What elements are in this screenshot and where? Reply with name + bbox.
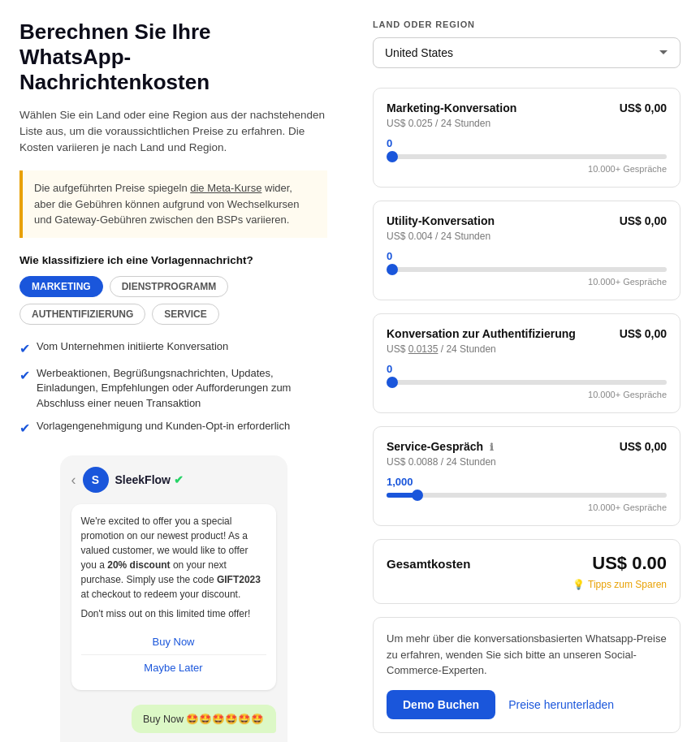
pricing-price: US$ 0,00 [620,101,667,114]
slider-thumb [412,490,423,501]
verified-icon: ✔ [174,473,184,486]
feature-list: ✔ Vom Unternehmen initiierte Konversatio… [19,339,327,438]
cta-buttons: Demo Buchen Preise herunterladen [387,690,667,719]
pricing-title: Konversation zur Authentifizierung [387,327,576,340]
pricing-card-auth: Konversation zur Authentifizierung US$ 0… [373,313,681,413]
tabs-container: MARKETING DIENSTPROGRAMM AUTHENTIFIZIERU… [19,276,327,325]
total-row: Gesamtkosten US$ 0.00 [387,553,667,574]
total-amount: US$ 0.00 [592,553,667,574]
list-item: ✔ Werbeaktionen, Begrüßungsnachrichten, … [19,366,327,411]
pricing-card-service: Service-Gespräch ℹ US$ 0,00 US$ 0.0088 /… [373,426,681,526]
pricing-sub: US$ 0.025 / 24 Stunden [387,118,667,129]
phone-name: SleekFlow ✔ [115,473,184,486]
check-icon: ✔ [19,367,30,385]
demo-button[interactable]: Demo Buchen [387,690,495,719]
info-icon[interactable]: ℹ [490,442,494,453]
pricing-title: Marketing-Konversation [387,101,516,114]
slider-value: 0 [387,250,667,262]
list-item: ✔ Vom Unternehmen initiierte Konversatio… [19,339,327,358]
slider-value: 0 [387,363,667,375]
pricing-card-marketing: Marketing-Konversation US$ 0,00 US$ 0.02… [373,88,681,188]
slider-container [387,380,667,385]
notice-box: Die aufgeführten Preise spiegeln die Met… [19,170,327,238]
pricing-card-utility: Utility-Konversation US$ 0,00 US$ 0.004 … [373,201,681,300]
pricing-title: Utility-Konversation [387,214,495,227]
pricing-price: US$ 0,00 [620,327,667,340]
slider-thumb [387,151,398,162]
tab-service[interactable]: SERVICE [152,304,218,325]
tab-dienstprogramm[interactable]: DIENSTPROGRAMM [110,276,229,297]
slider-container [387,493,667,498]
slider-max: 10.000+ Gespräche [387,390,667,399]
slider-thumb [387,264,398,275]
slider-fill [387,493,415,498]
phone-header: ‹ S SleekFlow ✔ [71,467,276,493]
chat-bubble: We're excited to offer you a special pro… [71,504,276,690]
slider-max: 10.000+ Gespräche [387,164,667,174]
pricing-header: Marketing-Konversation US$ 0,00 [387,101,667,114]
slider-thumb [387,377,398,388]
slider-value: 1,000 [387,476,667,488]
pricing-header: Konversation zur Authentifizierung US$ 0… [387,327,667,340]
total-label: Gesamtkosten [387,557,470,571]
response-area: Buy Now 🤩🤩🤩🤩🤩🤩 [71,698,276,740]
right-panel: LAND ODER REGION United States Germany B… [366,19,681,742]
pricing-header: Service-Gespräch ℹ US$ 0,00 [387,440,667,453]
page-title: Berechnen Sie Ihre WhatsApp- Nachrichten… [19,19,327,96]
region-label: LAND ODER REGION [373,19,681,29]
pricing-title: Service-Gespräch ℹ [387,440,494,453]
tips-link[interactable]: 💡 Tipps zum Sparen [387,579,667,590]
avatar: S [83,467,109,493]
check-icon: ✔ [19,340,30,358]
pricing-price: US$ 0,00 [620,440,667,453]
cta-text: Um mehr über die konversationsbasierten … [387,631,667,679]
subtitle: Wählen Sie ein Land oder eine Region aus… [19,107,327,157]
pricing-sub: US$ 0.0088 / 24 Stunden [387,456,667,468]
pricing-sub: US$ 0.0135 / 24 Stunden [387,343,667,355]
check-icon: ✔ [19,420,30,438]
chat-actions: Buy Now Maybe Later [81,629,266,680]
chat-response: Buy Now 🤩🤩🤩🤩🤩🤩 [132,705,276,733]
back-icon: ‹ [71,472,76,489]
slider-max: 10.000+ Gespräche [387,277,667,287]
pricing-price: US$ 0,00 [620,214,667,227]
classify-title: Wie klassifiziere ich eine Vorlagennachr… [19,254,327,266]
tab-marketing[interactable]: MARKETING [19,276,103,297]
pricing-sub: US$ 0.004 / 24 Stunden [387,231,667,242]
tab-authentifizierung[interactable]: AUTHENTIFIZIERUNG [19,304,145,325]
left-panel: Berechnen Sie Ihre WhatsApp- Nachrichten… [19,19,334,742]
meta-link[interactable]: die Meta-Kurse [190,182,261,194]
buy-now-button[interactable]: Buy Now [81,629,266,654]
slider-container [387,267,667,272]
list-item: ✔ Vorlagengenehmigung und Kunden-Opt-in … [19,419,327,438]
cta-section: Um mehr über die konversationsbasierten … [373,617,681,733]
slider-container [387,154,667,159]
slider-value: 0 [387,137,667,149]
total-section: Gesamtkosten US$ 0.00 💡 Tipps zum Sparen [373,539,681,604]
maybe-later-button[interactable]: Maybe Later [81,654,266,680]
download-button[interactable]: Preise herunterladen [508,698,614,711]
phone-mockup: ‹ S SleekFlow ✔ We're excited to offer y… [60,455,287,742]
slider-max: 10.000+ Gespräche [387,503,667,512]
pricing-header: Utility-Konversation US$ 0,00 [387,214,667,227]
country-select[interactable]: United States Germany Brazil India Unite… [373,37,681,68]
lightbulb-icon: 💡 [573,579,585,590]
